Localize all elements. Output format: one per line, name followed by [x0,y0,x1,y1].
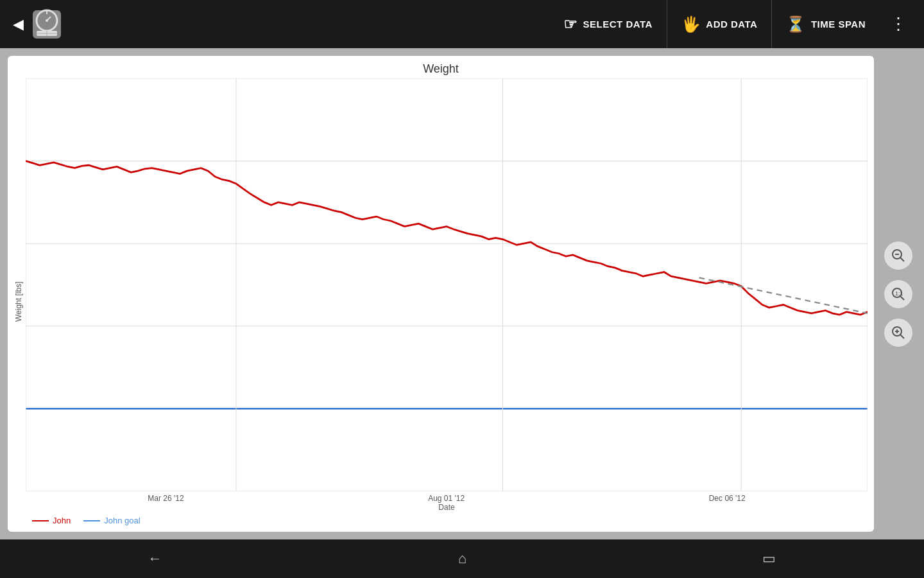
chart-title: Weight [14,62,868,76]
main-content: Weight Weight [lbs] [0,48,924,539]
zoom-out-button[interactable] [884,241,912,270]
svg-line-26 [900,258,904,261]
y-axis-label: Weight [lbs] [14,78,23,525]
time-span-icon: ⏳ [786,15,806,33]
legend-john-goal: John goal [83,516,140,525]
nav-recent-button[interactable]: ▭ [737,544,801,574]
zoom-out-icon [891,249,905,263]
back-button[interactable]: ◀ [6,16,30,33]
time-span-label: TIME SPAN [811,19,866,30]
more-button[interactable]: ⋮ [880,14,918,34]
legend: John John goal [26,512,868,525]
add-data-button[interactable]: 🖐 ADD DATA [667,0,773,48]
top-bar: ◀ ☞ SELECT DATA 🖐 ADD DATA ⏳ TIME SPAN ⋮ [0,0,924,48]
weight-chart: 220 210 200 190 180 [26,78,868,491]
select-data-button[interactable]: ☞ SELECT DATA [549,0,667,48]
svg-line-33 [900,335,904,338]
legend-john-line [32,520,49,521]
x-label-1: Mar 26 '12 [148,494,184,503]
nav-home-button[interactable]: ⌂ [432,544,492,574]
zoom-in-button[interactable] [884,319,912,347]
chart-card: Weight Weight [lbs] [8,56,874,532]
x-axis-labels: Mar 26 '12 Aug 01 '12 Dec 06 '12 [26,491,868,503]
add-data-icon: 🖐 [681,15,701,33]
trend-line [699,277,868,313]
chart-area: Weight [lbs] [14,78,868,525]
svg-text:1:1: 1:1 [895,290,903,297]
chart-inner: 220 210 200 190 180 Mar 26 '12 Aug 01 '1… [26,78,868,525]
right-panel: 1:1 [880,56,916,532]
legend-john-goal-label: John goal [104,516,140,525]
legend-john-goal-line [83,520,100,521]
zoom-reset-button[interactable]: 1:1 [884,280,912,308]
zoom-reset-icon: 1:1 [891,287,905,301]
legend-john: John [32,516,71,525]
legend-john-label: John [53,516,71,525]
x-axis-title: Date [26,503,868,512]
x-label-2: Aug 01 '12 [428,494,465,503]
zoom-in-icon [891,326,905,340]
app-icon [30,8,64,41]
add-data-label: ADD DATA [706,19,757,30]
select-data-icon: ☞ [563,15,578,33]
time-span-button[interactable]: ⏳ TIME SPAN [772,0,880,48]
x-label-3: Dec 06 '12 [709,494,746,503]
select-data-label: SELECT DATA [583,19,653,30]
bottom-bar: ← ⌂ ▭ [0,539,924,578]
nav-back-button[interactable]: ← [123,544,188,574]
